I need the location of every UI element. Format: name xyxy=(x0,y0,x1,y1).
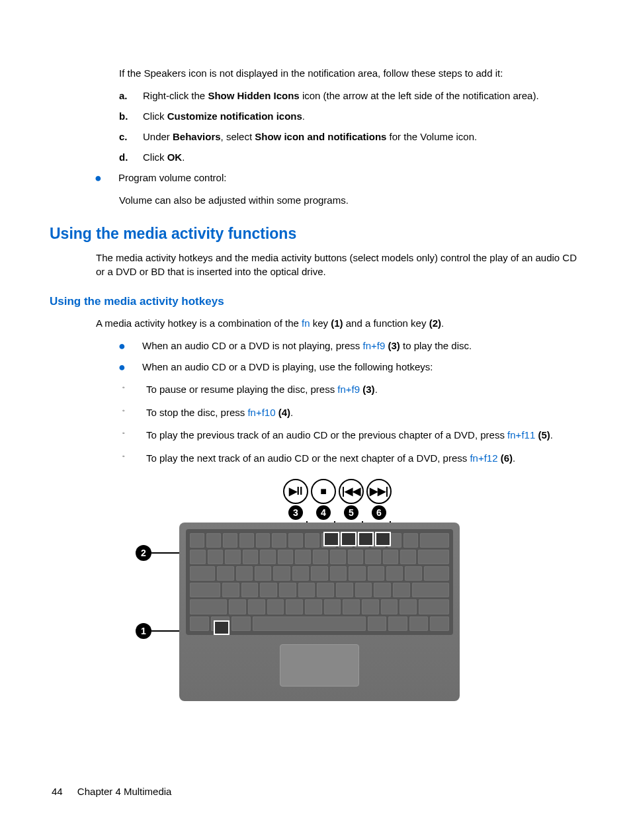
list-item: ◦ To play the previous track of an audio… xyxy=(122,428,581,442)
media-icon-row: ▶II ■ |◀◀ ▶▶| xyxy=(215,479,460,504)
heading-media-activity-hotkeys: Using the media activity hotkeys xyxy=(50,295,581,308)
program-volume-desc: Volume can also be adjusted within some … xyxy=(119,193,581,208)
bullet-dot-icon: ● xyxy=(118,340,142,352)
laptop-illustration xyxy=(179,523,460,701)
callout-5: 5 xyxy=(344,505,358,520)
step-text: Under Behaviors, select Show icon and no… xyxy=(143,131,581,142)
list-item: ◦ To play the next track of an audio CD … xyxy=(122,451,581,466)
ring-bullet-icon: ◦ xyxy=(122,451,146,466)
previous-track-icon: |◀◀ xyxy=(339,479,364,504)
ring-bullet-icon: ◦ xyxy=(122,405,146,420)
list-item: ◦ To stop the disc, press fn+f10 (4). xyxy=(122,405,581,420)
callout-1-wrap: 1 xyxy=(136,623,151,639)
callout-2: 2 xyxy=(136,545,151,561)
keyboard-deck xyxy=(186,529,453,635)
page-number: 44 xyxy=(52,786,63,797)
play-pause-icon: ▶II xyxy=(283,479,308,504)
callout-1: 1 xyxy=(136,623,151,639)
bullet-dot-icon: ● xyxy=(118,361,142,373)
stop-icon: ■ xyxy=(311,479,336,504)
chapter-label: Chapter 4 Multimedia xyxy=(77,786,172,797)
h2-body: A media activity hotkey is a combination… xyxy=(96,316,581,331)
callout-6: 6 xyxy=(372,505,386,520)
step-a: a. Right-click the Show Hidden Icons ico… xyxy=(119,90,581,101)
f10-key-highlight xyxy=(341,532,357,546)
callout-row: 3 4 5 6 xyxy=(215,505,460,520)
step-letter: a. xyxy=(119,90,143,101)
highlighted-function-keys xyxy=(323,532,391,546)
bullet-dot-icon: ● xyxy=(95,172,118,184)
touchpad xyxy=(280,644,359,687)
keyboard-diagram: ▶II ■ |◀◀ ▶▶| 3 4 5 6 2 1 xyxy=(136,479,460,701)
hotkey-sub-list: ◦ To pause or resume playing the disc, p… xyxy=(122,382,581,466)
list-item: ◦ To pause or resume playing the disc, p… xyxy=(122,382,581,397)
bullet-text: When an audio CD or a DVD is playing, us… xyxy=(142,361,581,373)
f12-key-highlight xyxy=(375,532,391,546)
ring-bullet-icon: ◦ xyxy=(122,382,146,397)
heading-media-activity-functions: Using the media activity functions xyxy=(50,225,581,243)
lettered-steps-list: a. Right-click the Show Hidden Icons ico… xyxy=(119,90,581,163)
step-text: Click Customize notification icons. xyxy=(143,110,581,122)
next-track-icon: ▶▶| xyxy=(366,479,392,504)
step-d: d. Click OK. xyxy=(119,151,581,163)
h1-body: The media activity hotkeys and the media… xyxy=(96,251,581,280)
step-letter: c. xyxy=(119,131,143,142)
callout-3: 3 xyxy=(288,505,303,520)
intro-paragraph: If the Speakers icon is not displayed in… xyxy=(119,66,581,81)
page-footer: 44 Chapter 4 Multimedia xyxy=(52,786,171,797)
callout-4: 4 xyxy=(316,505,331,520)
f11-key-highlight xyxy=(358,532,374,546)
step-c: c. Under Behaviors, select Show icon and… xyxy=(119,131,581,142)
step-text: Click OK. xyxy=(143,151,581,163)
list-item: ● When an audio CD or a DVD is not playi… xyxy=(118,340,581,352)
hotkey-bullet-list: ● When an audio CD or a DVD is not playi… xyxy=(118,340,581,373)
bullet-text: Program volume control: xyxy=(118,172,581,184)
step-letter: d. xyxy=(119,151,143,163)
list-item: ● When an audio CD or a DVD is playing, … xyxy=(118,361,581,373)
step-b: b. Click Customize notification icons. xyxy=(119,110,581,122)
list-item: ● Program volume control: xyxy=(95,172,581,184)
ring-bullet-icon: ◦ xyxy=(122,428,146,442)
f9-key-highlight xyxy=(323,532,339,546)
program-volume-bullet: ● Program volume control: xyxy=(95,172,581,184)
bullet-text: When an audio CD or a DVD is not playing… xyxy=(142,340,581,352)
step-text: Right-click the Show Hidden Icons icon (… xyxy=(143,90,581,101)
callout-2-wrap: 2 xyxy=(136,545,151,561)
fn-key-highlight xyxy=(214,620,230,635)
step-letter: b. xyxy=(119,110,143,122)
